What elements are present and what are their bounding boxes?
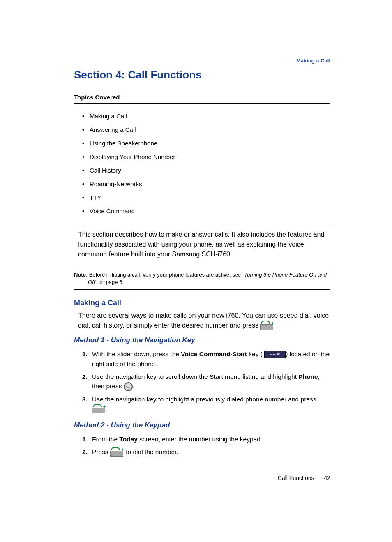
step-number: 1.	[82, 434, 88, 444]
step-number: 1.	[82, 349, 88, 359]
step-item: 2. Press ✦ to dial the number.	[92, 445, 330, 458]
text-fragment: Press	[92, 448, 110, 455]
text-fragment: key (	[247, 351, 264, 357]
text-fragment: screen, enter the number using the keypa…	[138, 436, 262, 443]
topic-item: Making a Call	[82, 109, 330, 123]
note-divider-top	[74, 268, 330, 268]
note-divider-bottom	[74, 289, 330, 290]
topics-list: Making a Call Answering a Call Using the…	[74, 104, 330, 224]
note-label: Note:	[74, 272, 88, 278]
note-text: Before initiating a call, verify your ph…	[88, 272, 242, 278]
method2-steps: 1. From the Today screen, enter the numb…	[74, 433, 330, 459]
method1-steps: 1. With the slider down, press the Voice…	[74, 348, 330, 415]
step-item: 2. Use the navigation key to scroll down…	[92, 370, 330, 393]
call-key-icon: ✦	[92, 406, 106, 413]
method2-heading: Method 2 - Using the Keypad	[74, 421, 330, 429]
topic-item: TTY	[82, 191, 330, 204]
section-title: Section 4: Call Functions	[74, 69, 330, 81]
step-item: 3. Use the navigation key to highlight a…	[92, 393, 330, 415]
text-fragment: There are several ways to make calls on …	[78, 312, 329, 329]
making-a-call-text: There are several ways to make calls on …	[74, 311, 330, 330]
method1-heading: Method 1 - Using the Navigation Key	[74, 336, 330, 344]
text-fragment: .	[106, 405, 108, 412]
page-number: 42	[324, 475, 330, 481]
text-fragment: With the slider down, press the	[92, 351, 181, 357]
topic-item: Voice Command	[82, 204, 330, 218]
topic-item: Using the Speakerphone	[82, 136, 330, 150]
section-intro: This section describes how to make or an…	[74, 224, 330, 265]
call-key-icon: ✦	[260, 322, 274, 330]
bold-text: Phone	[298, 373, 318, 380]
step-item: 1. With the slider down, press the Voice…	[92, 348, 330, 370]
step-number: 2.	[82, 447, 88, 457]
topic-item: Answering a Call	[82, 123, 330, 136]
step-number: 3.	[82, 394, 88, 404]
topic-item: Displaying Your Phone Number	[82, 150, 330, 164]
topic-item: Roaming-Networks	[82, 177, 330, 191]
text-fragment: From the	[92, 436, 119, 443]
text-fragment: Use the navigation key to highlight a pr…	[92, 396, 316, 403]
topic-item: Call History	[82, 164, 330, 177]
step-number: 2.	[82, 372, 88, 381]
note: Note: Before initiating a call, verify y…	[74, 270, 330, 287]
running-head: Making a Call	[74, 58, 330, 64]
text-fragment: Use the navigation key to scroll down th…	[92, 373, 298, 380]
text-fragment: .	[133, 383, 134, 390]
call-key-icon: ✦	[110, 449, 124, 456]
step-item: 1. From the Today screen, enter the numb…	[92, 433, 330, 445]
subsection-heading-making-a-call: Making a Call	[74, 299, 330, 307]
topics-heading: Topics Covered	[74, 94, 330, 101]
bold-text: Today	[119, 436, 138, 443]
page-footer: Call Functions 42	[74, 475, 330, 481]
text-fragment: to dial the number.	[124, 448, 178, 455]
voice-command-key-icon: «ᔕ / ⌘	[264, 351, 286, 358]
ok-key-icon	[124, 382, 133, 391]
text-fragment: .	[276, 322, 278, 329]
bold-text: Voice Command-Start	[181, 351, 247, 357]
footer-label: Call Functions	[278, 475, 314, 481]
note-tail: on page 6.	[97, 279, 124, 285]
